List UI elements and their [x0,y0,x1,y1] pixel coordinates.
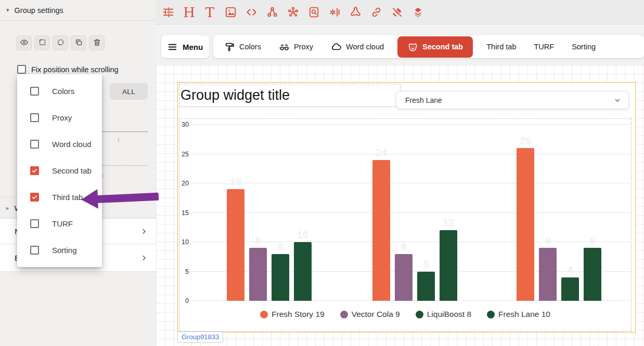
tab-label: Colors [239,43,261,51]
search-widget-icon[interactable] [307,5,320,20]
tab-label: Proxy [294,43,313,51]
menu-item-proxy[interactable]: Proxy [17,104,102,131]
hamburger-icon [168,42,177,52]
menu-button-label: Menu [183,43,203,51]
unchecked-checkbox[interactable] [30,87,39,96]
tab-third-tab[interactable]: Third tab [478,35,525,58]
bar-fresh-lane-10[interactable] [294,242,312,301]
bar-fresh-story-19[interactable] [372,160,390,301]
cluster-icon[interactable] [287,5,300,20]
unchecked-checkbox[interactable] [30,140,39,149]
y-axis-tick: 20 [179,180,189,187]
bar-chart[interactable]: 05101520253019981024851226949 Fresh Stor… [179,118,632,331]
filter-dropdown-value: Fresh Lane [405,96,442,104]
image-icon[interactable] [224,5,237,20]
legend-dot [260,311,268,318]
menu-item-turf[interactable]: TURF [17,210,102,237]
legend-item-fresh-story-19[interactable]: Fresh Story 19 [260,310,325,319]
bar-fresh-story-19[interactable] [227,189,244,301]
bar-vector-cola-9[interactable] [395,254,413,301]
unchecked-checkbox[interactable] [30,246,39,255]
trash-icon [93,38,101,48]
tab-second-tab[interactable]: Second tab [397,36,473,58]
tab-proxy[interactable]: Proxy [270,35,322,58]
arrow-tail [97,193,159,203]
chevron-down-icon [613,96,622,104]
tab-word-cloud[interactable]: Word cloud [322,35,393,58]
menu-item-second-tab[interactable]: Second tab [17,157,102,184]
divider [102,131,148,132]
sidebar-title: Group settings [15,6,63,15]
obscured-text-fragment: t [118,136,120,144]
legend-item-liquiboost-8[interactable]: LiquiBoost 8 [416,310,471,319]
bar-liquiboost-8[interactable] [561,277,579,301]
link-icon[interactable] [370,5,383,20]
select-lasso-button[interactable] [53,35,68,50]
knot-icon[interactable] [349,5,362,20]
bar-fresh-lane-10[interactable] [584,248,601,301]
cloud-icon [331,42,342,52]
bar-vector-cola-9[interactable] [539,248,557,301]
collapse-triangle-icon[interactable]: ▸ [6,205,9,211]
tab-strip: Menu ColorsProxyWord cloudSecond tabThir… [156,25,644,65]
tab-label: Third tab [486,43,516,51]
tab-label: Sorting [572,43,596,51]
unchecked-checkbox[interactable] [30,113,39,122]
sliders-icon[interactable] [162,5,175,20]
menu-button[interactable]: Menu [161,35,209,58]
code-icon[interactable] [245,5,258,20]
widget-title-box[interactable]: Group widget title [179,84,401,107]
legend-dot [416,311,423,318]
menu-item-word-cloud[interactable]: Word cloud [17,131,102,157]
glasses-icon [279,42,290,52]
trash-button[interactable] [89,35,105,50]
collapse-triangle-icon[interactable]: ▾ [6,7,9,14]
arrow-head [81,189,98,209]
bar-value-label: 8 [277,241,283,253]
tab-sorting[interactable]: Sorting [563,35,604,58]
checked-checkbox[interactable] [30,193,39,202]
group-id-label: Group91833 [177,331,223,343]
unchecked-checkbox[interactable] [30,219,39,228]
dog-icon [407,42,418,52]
duplicate-button[interactable] [71,35,86,50]
bar-value-label: 26 [520,135,531,147]
menu-item-sorting[interactable]: Sorting [17,237,102,263]
bar-fresh-story-19[interactable] [517,148,534,301]
legend-label: Vector Cola 9 [352,310,400,319]
share-nodes-icon[interactable] [266,5,279,20]
y-axis-tick: 30 [179,121,189,128]
tab-turf[interactable]: TURF [525,35,563,58]
legend-label: LiquiBoost 8 [427,310,471,319]
legend-item-vector-cola-9[interactable]: Vector Cola 9 [340,310,400,319]
fix-position-checkbox[interactable] [17,65,26,74]
menu-item-colors[interactable]: Colors [17,78,102,104]
text-icon[interactable]: T [203,5,216,20]
bar-vector-cola-9[interactable] [249,248,267,301]
eye-button[interactable] [16,35,32,50]
tab-colors[interactable]: Colors [215,35,270,58]
annotation-arrow [81,186,160,210]
bar-liquiboost-8[interactable] [272,254,289,301]
select-rect-button[interactable] [34,35,50,50]
all-button[interactable]: ALL [110,83,148,100]
group-widget[interactable]: Group widget title Fresh Lane 0510152025… [177,82,636,332]
bar-liquiboost-8[interactable] [417,272,435,301]
legend-dot [340,311,348,318]
legend-item-fresh-lane-10[interactable]: Fresh Lane 10 [487,310,550,319]
menu-item-label: Colors [52,87,74,96]
fix-position-row[interactable]: Fix position while scrolling [17,65,119,74]
filter-dropdown[interactable]: Fresh Lane [396,91,629,109]
highlight-off-icon[interactable] [391,5,404,20]
menu-item-label: TURF [52,219,73,228]
sidebar-header[interactable]: ▾ Group settings [0,0,156,21]
legend-dot [487,311,495,318]
checked-checkbox[interactable] [30,166,39,175]
y-axis-tick: 10 [179,238,189,246]
bar-value-label: 10 [297,229,308,241]
bar-value-label: 8 [401,241,406,253]
bar-fresh-lane-10[interactable] [440,230,457,301]
settings-widget-icon[interactable] [328,5,341,20]
heading-icon[interactable]: H [183,5,196,20]
layers-icon[interactable] [411,5,424,20]
